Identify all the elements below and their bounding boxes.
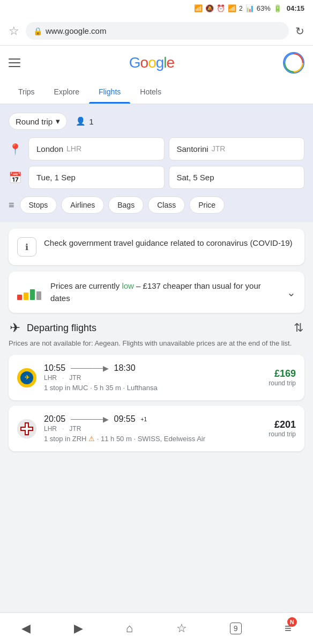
departing-header: ✈ Departing flights ⇅: [9, 320, 304, 335]
tab-flights[interactable]: Flights: [89, 80, 130, 104]
bookmark-icon[interactable]: ☆: [9, 24, 19, 38]
plus-days-2: +1: [141, 416, 147, 422]
profile-avatar[interactable]: [283, 52, 304, 74]
trip-options-row: Round trip ▾ 👤 1: [9, 113, 304, 130]
warning-icon-2: ⚠: [88, 435, 95, 443]
departing-plane-icon: ✈: [10, 320, 20, 335]
filter-class[interactable]: Class: [148, 196, 185, 214]
price-label-1: round trip: [269, 379, 296, 387]
url-bar[interactable]: 🔒 www.google.com: [26, 22, 289, 40]
airline-logo-lufthansa: ✈: [17, 368, 36, 387]
price-chevron-icon[interactable]: ⌄: [287, 286, 296, 299]
origin-city: London: [36, 144, 63, 153]
to-code-1: JTR: [69, 374, 81, 382]
carrier-2: SWISS, Edelweiss Air: [138, 435, 205, 443]
stops-text-1: 1 stop in MUC: [44, 384, 88, 392]
app-header: Google: [0, 46, 313, 80]
origin-input[interactable]: London LHR: [28, 137, 165, 160]
svg-rect-2: [24, 292, 28, 300]
location-pin-icon: 📍: [9, 143, 22, 156]
search-panel: Round trip ▾ 👤 1 📍 London LHR Santorini …: [0, 104, 313, 222]
destination-city: Santorini: [177, 144, 208, 153]
duration-2: 11 h 50 m: [101, 435, 132, 443]
hamburger-line: [9, 58, 20, 60]
bluetooth-icon: 📶: [194, 4, 203, 12]
trip-type-selector[interactable]: Round trip ▾: [9, 113, 67, 130]
battery-text: 63%: [257, 4, 271, 12]
flight-main-1: ✈ 10:55 ──────▶ 18:30 LHR · JTR 1 stop i…: [17, 363, 296, 392]
return-date-text: Sat, 5 Sep: [177, 173, 214, 182]
status-bar: 📶 🔕 ⏰ 📶 2 📊 63% 🔋 04:15: [0, 0, 313, 17]
nav-tabs-button[interactable]: 9: [223, 620, 248, 636]
flight-main-2: 20:05 ──────▶ 09:55+1 LHR · JTR 1 stop i…: [17, 414, 296, 443]
browser-bar: ☆ 🔒 www.google.com ↻: [0, 17, 313, 46]
nav-tabs: Trips Explore Flights Hotels: [0, 80, 313, 104]
filter-price[interactable]: Price: [189, 196, 225, 214]
duration-1: 5 h 35 m: [94, 384, 121, 392]
passenger-count: 1: [89, 117, 93, 126]
passengers-selector[interactable]: 👤 1: [76, 116, 93, 126]
nav-menu-button[interactable]: ≡ N: [278, 619, 298, 638]
filter-stops[interactable]: Stops: [20, 196, 57, 214]
sort-icon[interactable]: ⇅: [294, 321, 303, 335]
covid-info-text: Check government travel guidance related…: [44, 237, 293, 248]
tab-hotels[interactable]: Hotels: [130, 80, 171, 104]
dates-row: 📅 Tue, 1 Sep Sat, 5 Sep: [9, 166, 304, 189]
price-label-2: round trip: [269, 430, 296, 438]
nav-back-button[interactable]: ◀: [15, 619, 37, 638]
time-row-2: 20:05 ──────▶ 09:55+1: [44, 414, 261, 424]
departing-title: Departing flights: [27, 323, 96, 334]
url-text: www.google.com: [46, 26, 106, 35]
destination-input[interactable]: Santorini JTR: [169, 137, 305, 160]
airline-logo-swiss: [17, 419, 36, 438]
price-low-label: low: [122, 281, 134, 290]
depart-date-input[interactable]: Tue, 1 Sep: [28, 166, 165, 189]
nav-home-button[interactable]: ⌂: [120, 619, 139, 638]
route-arrow-2: ──────▶: [71, 415, 109, 423]
svg-rect-3: [30, 289, 35, 300]
nav-forward-button[interactable]: ▶: [68, 619, 90, 638]
time-display: 04:15: [287, 4, 304, 12]
price-summary-text: Prices are currently low – £137 cheaper …: [50, 280, 279, 304]
filters-row: ≡ Stops Airlines Bags Class Price: [9, 196, 304, 214]
sim-icon: 2: [239, 5, 243, 12]
hamburger-line: [9, 66, 20, 67]
carrier-1: Lufthansa: [127, 384, 158, 392]
flight-card-1[interactable]: ✈ 10:55 ──────▶ 18:30 LHR · JTR 1 stop i…: [9, 355, 304, 400]
location-row: 📍 London LHR Santorini JTR: [9, 137, 304, 160]
stops-row-1: 1 stop in MUC · 5 h 35 m · Lufthansa: [44, 384, 261, 392]
stops-row-2: 1 stop in ZRH ⚠ · 11 h 50 m · SWISS, Ede…: [44, 435, 261, 443]
hamburger-line: [9, 62, 20, 63]
stops-text-2: 1 stop in ZRH: [44, 435, 86, 443]
flight-card-2[interactable]: 20:05 ──────▶ 09:55+1 LHR · JTR 1 stop i…: [9, 406, 304, 451]
price-col-2: £201 round trip: [269, 419, 296, 438]
price-indicator: [17, 285, 43, 300]
logo-g2: g: [156, 54, 164, 71]
depart-time-2: 20:05: [44, 414, 65, 424]
unavailable-note: Prices are not available for: Aegean. Fl…: [9, 339, 304, 348]
filter-bags[interactable]: Bags: [108, 196, 144, 214]
flight-times-2: 20:05 ──────▶ 09:55+1 LHR · JTR 1 stop i…: [44, 414, 261, 443]
flight-price-1: £169: [269, 368, 296, 379]
wifi-icon: 📶: [228, 4, 236, 12]
signal-icon: 📊: [245, 4, 254, 12]
arrive-time-1: 18:30: [114, 363, 136, 373]
mute-icon: 🔕: [205, 4, 214, 12]
tab-explore[interactable]: Explore: [44, 80, 89, 104]
depart-time-1: 10:55: [44, 363, 65, 373]
from-code-2: LHR: [44, 425, 57, 433]
logo-g: G: [129, 54, 140, 71]
airports-row-1: LHR · JTR: [44, 374, 261, 382]
price-card[interactable]: Prices are currently low – £137 cheaper …: [9, 272, 304, 313]
trip-type-label: Round trip: [16, 117, 53, 126]
svg-rect-4: [36, 291, 41, 300]
tab-trips[interactable]: Trips: [9, 80, 44, 104]
hamburger-menu[interactable]: [9, 58, 20, 67]
info-icon: ℹ: [17, 237, 36, 257]
return-date-input[interactable]: Sat, 5 Sep: [169, 166, 305, 189]
covid-info-card[interactable]: ℹ Check government travel guidance relat…: [9, 229, 304, 265]
price-bar-chart: [17, 285, 43, 300]
refresh-icon[interactable]: ↻: [295, 25, 304, 38]
nav-bookmarks-button[interactable]: ☆: [170, 619, 193, 638]
filter-airlines[interactable]: Airlines: [61, 196, 104, 214]
